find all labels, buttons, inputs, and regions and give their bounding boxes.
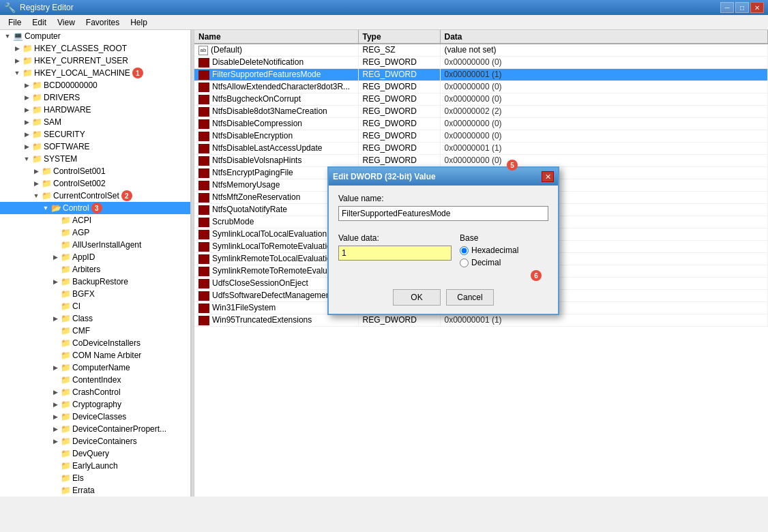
value-data-label: Value data: — [338, 233, 452, 243]
value-name-label: Value name: — [338, 194, 548, 203]
menu-bar: File Edit View Favorites Help — [0, 15, 768, 30]
edit-dword-dialog: Edit DWORD (32-bit) Value ✕ Value name: … — [327, 166, 559, 315]
ok-button[interactable]: OK — [393, 289, 441, 306]
minimize-button[interactable]: ─ — [720, 2, 734, 13]
hexadecimal-radio-label[interactable]: Hexadecimal — [460, 246, 548, 255]
modal-title-bar: Edit DWORD (32-bit) Value ✕ — [329, 168, 558, 186]
modal-title-text: Edit DWORD (32-bit) Value — [333, 172, 542, 181]
title-bar: 🔧 Registry Editor ─ □ ✕ — [0, 0, 768, 15]
modal-body: Value name: Value data: Base Hexadecimal — [329, 186, 558, 314]
menu-favorites[interactable]: Favorites — [80, 16, 125, 29]
hexadecimal-label: Hexadecimal — [471, 246, 518, 255]
cancel-button[interactable]: Cancel — [446, 289, 494, 306]
decimal-label: Decimal — [471, 258, 501, 267]
menu-file[interactable]: File — [3, 16, 27, 29]
close-button[interactable]: ✕ — [750, 2, 764, 13]
decimal-radio[interactable] — [460, 258, 469, 267]
badge-6: 6 — [531, 270, 542, 281]
maximize-button[interactable]: □ — [735, 2, 749, 13]
badge-5: 5 — [507, 160, 518, 171]
app-icon: 🔧 — [4, 2, 16, 13]
value-data-input[interactable] — [338, 246, 452, 261]
menu-help[interactable]: Help — [125, 16, 153, 29]
title-bar-text: Registry Editor — [20, 3, 720, 12]
main-container: ▼ 💻 Computer ▶ 📁 HKEY_CLASSES_ROOT ▶ 📁 H… — [0, 30, 768, 497]
hexadecimal-radio[interactable] — [460, 246, 469, 255]
menu-view[interactable]: View — [52, 16, 80, 29]
modal-close-button[interactable]: ✕ — [542, 171, 554, 182]
base-radio-group: Hexadecimal Decimal — [460, 246, 548, 267]
decimal-radio-label[interactable]: Decimal — [460, 258, 548, 267]
value-name-input[interactable] — [338, 206, 548, 221]
modal-overlay: Edit DWORD (32-bit) Value ✕ Value name: … — [0, 30, 768, 497]
menu-edit[interactable]: Edit — [27, 16, 52, 29]
base-label: Base — [460, 233, 548, 243]
title-bar-buttons: ─ □ ✕ — [720, 2, 764, 13]
modal-buttons: OK Cancel — [338, 289, 548, 306]
